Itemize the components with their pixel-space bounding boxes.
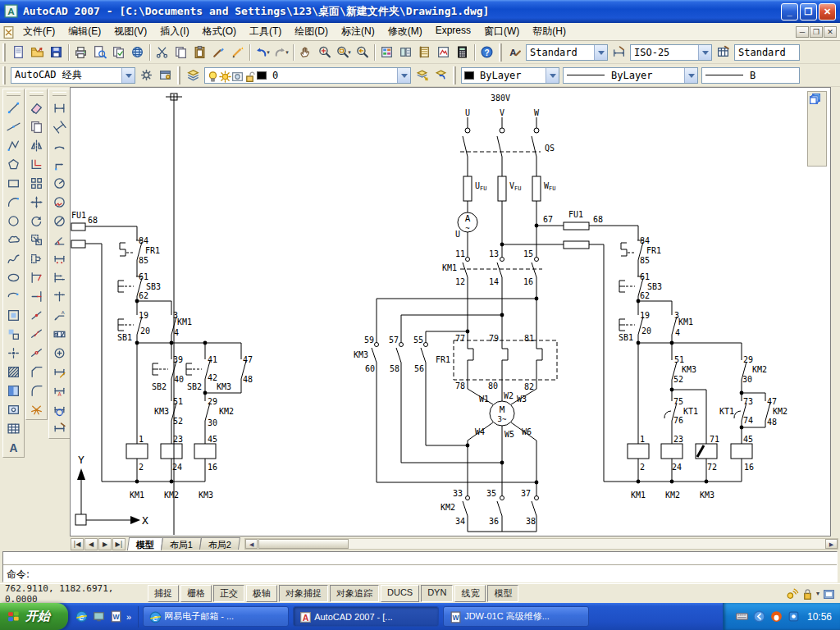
minimize-button[interactable]: _ bbox=[781, 3, 798, 21]
contact-terminal[interactable] bbox=[375, 343, 379, 347]
contact[interactable] bbox=[497, 136, 502, 157]
menu-item-4[interactable]: 格式(O) bbox=[196, 23, 243, 40]
junction-dot[interactable] bbox=[670, 480, 674, 484]
schematic-label[interactable]: 81 bbox=[524, 334, 534, 343]
child-minimize-button[interactable]: ─ bbox=[796, 26, 809, 38]
schematic-label[interactable]: 20 bbox=[641, 326, 651, 336]
schematic-label[interactable]: 30 bbox=[742, 375, 752, 384]
redo-button[interactable]: ▾ bbox=[272, 43, 290, 62]
child-close-button[interactable]: ✕ bbox=[824, 26, 837, 38]
junction-dot[interactable] bbox=[740, 391, 744, 395]
center-mark-button[interactable] bbox=[50, 344, 69, 363]
dim-ordinate-button[interactable] bbox=[50, 155, 69, 174]
junction-dot[interactable] bbox=[203, 391, 208, 395]
schematic-label[interactable]: 19 bbox=[139, 311, 148, 320]
junction-dot[interactable] bbox=[535, 224, 539, 228]
schematic-label[interactable]: 67 bbox=[543, 215, 553, 224]
quickcalc-button[interactable] bbox=[453, 43, 472, 62]
quick-leader-button[interactable]: A bbox=[50, 306, 69, 325]
schematic-label[interactable]: KM1 bbox=[631, 491, 646, 500]
internet-explorer-icon[interactable]: e bbox=[75, 609, 89, 623]
schematic-label[interactable]: KM3 bbox=[217, 382, 231, 391]
dim-baseline-button[interactable] bbox=[50, 268, 69, 287]
schematic-label[interactable]: 36 bbox=[489, 517, 499, 526]
contact-terminal[interactable] bbox=[535, 258, 539, 262]
schematic-label[interactable]: 14 bbox=[489, 277, 499, 286]
junction-dot[interactable] bbox=[740, 426, 744, 430]
schematic-label[interactable]: 79 bbox=[489, 334, 499, 343]
text-style-button[interactable]: A bbox=[505, 43, 524, 62]
schematic-label[interactable]: FR1 bbox=[646, 246, 661, 255]
menu-item-2[interactable]: 视图(V) bbox=[107, 23, 153, 40]
schematic-label[interactable]: 61 bbox=[640, 272, 650, 281]
schematic-label[interactable]: KM3 bbox=[700, 491, 714, 500]
toggle-正交[interactable]: 正交 bbox=[213, 585, 244, 602]
schematic-label[interactable]: QS bbox=[545, 144, 555, 153]
menu-item-10[interactable]: 窗口(W) bbox=[477, 23, 526, 40]
schematic-label[interactable]: U bbox=[455, 230, 460, 239]
schematic-label[interactable]: U bbox=[465, 108, 470, 117]
array-button[interactable] bbox=[27, 174, 46, 193]
schematic-label[interactable]: 77 bbox=[455, 334, 465, 343]
toggle-线宽[interactable]: 线宽 bbox=[454, 585, 486, 602]
contact-terminal[interactable] bbox=[399, 343, 404, 347]
polygon-button[interactable] bbox=[4, 155, 23, 174]
scale-button[interactable] bbox=[27, 231, 46, 249]
schematic-box[interactable] bbox=[194, 444, 216, 459]
schematic-label[interactable]: 80 bbox=[488, 381, 498, 390]
start-button[interactable]: 开始 bbox=[0, 603, 68, 630]
dim-diameter-button[interactable] bbox=[50, 212, 69, 231]
schematic-label[interactable]: 34 bbox=[455, 517, 465, 526]
junction-dot[interactable] bbox=[637, 341, 641, 345]
schematic-label[interactable]: 74 bbox=[743, 416, 753, 425]
schematic-label[interactable]: W1 bbox=[479, 395, 489, 404]
schematic-label[interactable]: 40 bbox=[174, 375, 184, 384]
schematic-label[interactable]: 35 bbox=[486, 489, 496, 498]
polyline-button[interactable] bbox=[4, 136, 23, 155]
contact[interactable] bbox=[421, 348, 426, 363]
revision-cloud-button[interactable] bbox=[4, 231, 23, 249]
schematic-label[interactable]: 72 bbox=[707, 463, 717, 472]
schematic-box[interactable] bbox=[71, 240, 85, 248]
markup-set-manager-button[interactable] bbox=[434, 43, 453, 62]
schematic-label[interactable]: 45 bbox=[743, 435, 753, 444]
schematic-box[interactable] bbox=[628, 444, 649, 459]
schematic-label[interactable]: 37 bbox=[521, 489, 531, 498]
join-button[interactable] bbox=[27, 344, 46, 363]
schematic-label[interactable]: FR1 bbox=[436, 355, 450, 364]
properties-toolbar-handle[interactable] bbox=[453, 66, 456, 84]
schematic-box[interactable] bbox=[661, 444, 682, 459]
toggle-捕捉[interactable]: 捕捉 bbox=[148, 585, 179, 602]
menu-item-5[interactable]: 工具(T) bbox=[243, 23, 288, 40]
schematic-label[interactable]: 24 bbox=[672, 463, 682, 472]
menu-item-0[interactable]: 文件(F) bbox=[16, 23, 62, 40]
schematic-label[interactable]: 23 bbox=[173, 435, 183, 444]
contact[interactable] bbox=[532, 262, 536, 277]
multiline-text-button[interactable]: A bbox=[4, 438, 23, 457]
junction-dot[interactable] bbox=[637, 480, 641, 484]
layer-properties-manager-button[interactable] bbox=[184, 66, 203, 84]
schematic-label[interactable]: KT1 bbox=[683, 407, 698, 416]
schematic-label[interactable]: 47 bbox=[767, 397, 777, 406]
break-at-point-button[interactable] bbox=[27, 306, 46, 325]
schematic-label[interactable]: 29 bbox=[208, 397, 217, 406]
schematic-label[interactable]: SB2 bbox=[187, 382, 202, 391]
menu-item-1[interactable]: 编辑(E) bbox=[62, 23, 107, 40]
machine-label[interactable]: ~ bbox=[465, 224, 470, 232]
menu-item-6[interactable]: 绘图(D) bbox=[288, 23, 335, 40]
communication-center-icon[interactable] bbox=[785, 587, 798, 600]
cut-button[interactable] bbox=[153, 43, 171, 62]
schematic-label[interactable]: 85 bbox=[139, 256, 148, 265]
contact-terminal[interactable] bbox=[500, 496, 504, 500]
table-button[interactable] bbox=[4, 419, 23, 438]
schematic-label[interactable]: 16 bbox=[523, 277, 533, 286]
ellipse-arc-button[interactable] bbox=[4, 287, 23, 306]
schematic-label[interactable]: W6 bbox=[522, 427, 532, 436]
schematic-label[interactable]: 12 bbox=[455, 277, 465, 286]
schematic-label[interactable]: 56 bbox=[414, 364, 424, 373]
schematic-label[interactable]: UFU bbox=[475, 181, 486, 192]
schematic-box[interactable] bbox=[498, 176, 506, 201]
zoom-window-button[interactable]: ▾ bbox=[334, 43, 353, 62]
schematic-label[interactable]: 39 bbox=[173, 355, 183, 364]
terminal[interactable] bbox=[500, 128, 504, 133]
